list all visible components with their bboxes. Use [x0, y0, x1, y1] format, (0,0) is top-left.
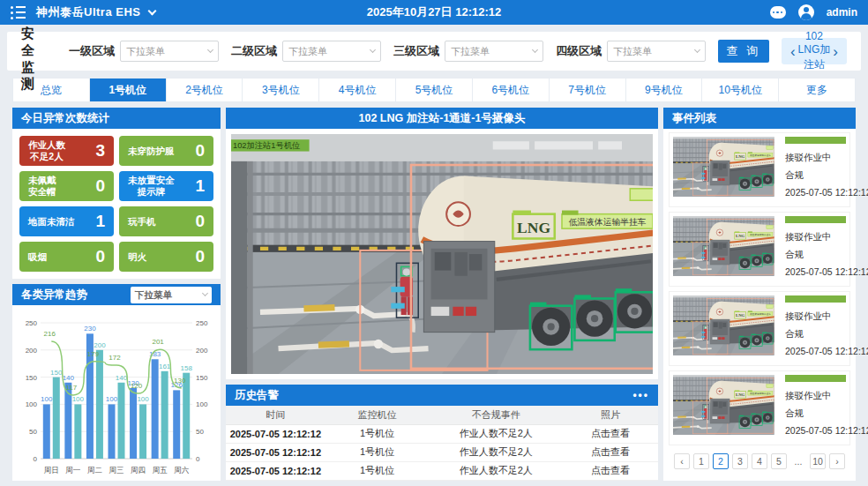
top-bar: 神州泰岳Ultra EHS 2025年10月27日 12:12:12 admin	[0, 0, 868, 25]
svg-text:100: 100	[72, 395, 85, 403]
prev-page-icon[interactable]: ‹	[674, 453, 690, 469]
svg-text:100: 100	[26, 400, 38, 408]
level1-region-select[interactable]: 下拉菜单	[120, 41, 219, 62]
table-row: 2025-07-05 12:12:12 1号机位 作业人数不足2人 点击查看	[226, 443, 658, 461]
event-thumbnail	[673, 375, 779, 440]
menu-icon[interactable]	[11, 6, 26, 19]
tab-camera-9[interactable]: 9号机位	[626, 79, 703, 101]
svg-text:100: 100	[41, 395, 53, 403]
list-item[interactable]: 接驳作业中 合规 2025-07-05 12:12:12	[669, 370, 850, 445]
col-camera: 监控机位	[326, 406, 430, 424]
svg-text:周二: 周二	[87, 466, 103, 475]
stats-panel-header: 今日异常次数统计	[12, 108, 221, 129]
svg-text:172: 172	[108, 354, 121, 362]
status-badge	[785, 295, 846, 303]
stat-card-dirty-ground: 地面未清洁1	[19, 206, 114, 236]
level1-region-label: 一级区域	[69, 43, 115, 59]
svg-text:250: 250	[196, 319, 208, 327]
list-item[interactable]: 接驳作业中 合规 2025-07-05 12:12:12	[669, 132, 850, 207]
page-4[interactable]: 4	[752, 453, 767, 469]
status-badge	[785, 137, 846, 144]
tab-camera-3[interactable]: 3号机位	[243, 79, 319, 101]
chevron-down-icon	[532, 47, 538, 53]
page-10[interactable]: 10	[810, 453, 826, 469]
level3-region-select[interactable]: 下拉菜单	[445, 41, 543, 62]
tab-camera-7[interactable]: 7号机位	[550, 79, 626, 101]
ellipsis-icon[interactable]: •••	[632, 385, 649, 406]
main-content: 今日异常次数统计 作业人数 不足2人3 未穿防护服0 未佩戴 安全帽0 未放置安…	[12, 108, 856, 481]
list-item[interactable]: 接驳作业中 合规 2025-07-05 12:12:12	[669, 291, 850, 366]
status-badge	[785, 375, 846, 382]
center-column: 102 LNG 加注站-1通道-1号摄像头 历史告警 ••• 时间 监控机位 不…	[226, 108, 658, 481]
page-1[interactable]: 1	[693, 453, 709, 469]
event-list: 接驳作业中 合规 2025-07-05 12:12:12 接驳作业中 合规 20…	[663, 129, 856, 481]
history-table: 时间 监控机位 不合规事件 照片 2025-07-05 12:12:12 1号机…	[226, 406, 658, 481]
page-5[interactable]: 5	[771, 453, 787, 469]
svg-text:周三: 周三	[109, 466, 124, 475]
message-icon[interactable]	[770, 6, 786, 19]
history-panel-header: 历史告警 •••	[226, 385, 658, 406]
left-column: 今日异常次数统计 作业人数 不足2人3 未穿防护服0 未佩戴 安全帽0 未放置安…	[12, 108, 221, 481]
svg-text:100: 100	[137, 395, 149, 403]
next-page-icon[interactable]: ›	[829, 453, 845, 469]
svg-text:50: 50	[29, 428, 37, 436]
tab-camera-5[interactable]: 5号机位	[396, 79, 473, 101]
right-column: 事件列表 接驳作业中 合规 2025-07-05 12:12:12 接驳作业中 …	[663, 108, 856, 481]
svg-text:150: 150	[26, 373, 38, 381]
svg-text:200: 200	[94, 340, 106, 348]
page-2[interactable]: 2	[713, 453, 729, 469]
level4-region-select[interactable]: 下拉菜单	[607, 41, 706, 62]
table-row: 2025-07-05 12:12:12 1号机位 作业人数不足2人 点击查看	[226, 461, 658, 480]
svg-text:周四: 周四	[131, 466, 146, 475]
tab-camera-6[interactable]: 6号机位	[473, 79, 550, 101]
camera-tabs: 总览 1号机位 2号机位 3号机位 4号机位 5号机位 6号机位 7号机位 9号…	[12, 78, 856, 102]
chevron-down-icon	[207, 47, 213, 53]
history-table-panel: 时间 监控机位 不合规事件 照片 2025-07-05 12:12:12 1号机…	[226, 406, 658, 481]
svg-text:0: 0	[196, 455, 200, 463]
app-title: 神州泰岳Ultra EHS	[36, 4, 140, 20]
chevron-down-icon[interactable]	[148, 7, 157, 16]
trend-chart-panel: 0050501001001501502002002502501001402301…	[12, 305, 221, 481]
tab-camera-2[interactable]: 2号机位	[167, 79, 243, 101]
tab-camera-4[interactable]: 4号机位	[319, 79, 396, 101]
filter-bar: AI安全监测 一级区域 下拉菜单 二级区域 下拉菜单 三级区域 下拉菜单 四级区…	[7, 32, 861, 71]
page-3[interactable]: 3	[732, 453, 748, 469]
chevron-down-icon	[694, 47, 700, 53]
view-photo-link[interactable]: 点击查看	[591, 428, 630, 438]
view-photo-link[interactable]: 点击查看	[591, 465, 630, 475]
svg-text:230: 230	[84, 325, 96, 333]
level2-region-select[interactable]: 下拉菜单	[282, 41, 381, 62]
tab-more[interactable]: 更多	[779, 79, 855, 101]
view-photo-link[interactable]: 点击查看	[591, 446, 630, 457]
trend-chart: 0050501001001501502002002502501001402301…	[16, 309, 217, 478]
stat-card-open-flame: 明火0	[119, 242, 213, 272]
camera-view[interactable]	[226, 129, 658, 379]
next-station-icon[interactable]: ›	[831, 44, 840, 59]
trend-type-select[interactable]: 下拉菜单	[131, 287, 212, 303]
tab-camera-1[interactable]: 1号机位	[90, 79, 167, 101]
search-button[interactable]: 查 询	[718, 40, 769, 63]
datetime-display: 2025年10月27日 12:12:12	[367, 4, 502, 20]
svg-text:200: 200	[196, 346, 208, 354]
trend-panel-header: 各类异常趋势 下拉菜单	[12, 284, 221, 305]
svg-text:0: 0	[34, 455, 38, 463]
camera-panel-header: 102 LNG 加注站-1通道-1号摄像头	[226, 108, 658, 129]
svg-text:200: 200	[26, 346, 38, 354]
stat-card-smoking: 吸烟0	[19, 242, 114, 272]
station-name: 102 LNG加注站	[797, 30, 832, 72]
svg-text:130: 130	[174, 376, 186, 384]
svg-text:120: 120	[131, 382, 143, 390]
svg-text:150: 150	[50, 368, 63, 376]
history-title: 历史告警	[235, 385, 279, 406]
user-avatar[interactable]	[798, 4, 814, 20]
prev-station-icon[interactable]: ‹	[789, 44, 797, 59]
tab-overview[interactable]: 总览	[13, 79, 90, 101]
svg-text:周六: 周六	[174, 466, 190, 475]
station-carousel: ‹ 102 LNG加注站 ›	[782, 38, 847, 64]
stat-card-understaffed: 作业人数 不足2人3	[19, 136, 114, 166]
list-item[interactable]: 接驳作业中 合规 2025-07-05 12:12:12	[669, 212, 850, 287]
stat-card-no-safety-sign: 未放置安全 提示牌1	[119, 171, 213, 201]
tab-camera-10[interactable]: 10号机位	[702, 79, 779, 101]
stats-grid: 作业人数 不足2人3 未穿防护服0 未佩戴 安全帽0 未放置安全 提示牌1 地面…	[12, 129, 221, 279]
svg-text:周日: 周日	[44, 466, 59, 475]
